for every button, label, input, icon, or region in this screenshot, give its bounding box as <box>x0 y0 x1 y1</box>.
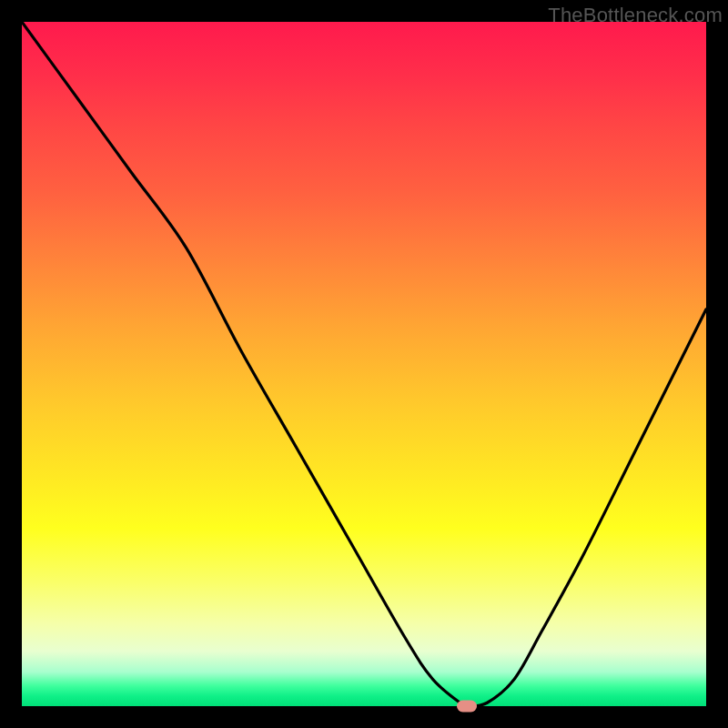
bottleneck-curve-path <box>22 22 706 706</box>
curve-svg <box>22 22 706 706</box>
watermark-text: TheBottleneck.com <box>548 4 723 27</box>
optimal-point-marker <box>457 701 477 713</box>
plot-area <box>22 22 706 706</box>
bottleneck-chart: TheBottleneck.com <box>0 0 728 728</box>
